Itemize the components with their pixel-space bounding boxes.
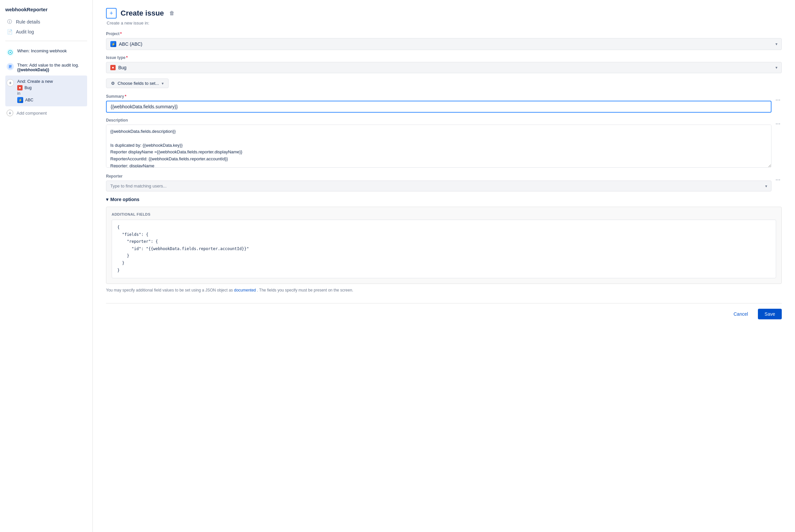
then-step-label: Then: Add value to the audit log. [17,63,86,68]
sidebar-step-when[interactable]: When: Incoming webhook [5,45,87,59]
description-label: Description [106,118,772,122]
create-issue-icon: + [106,8,117,19]
create-icon: + [7,79,14,87]
project-group: Project * ⚡ ABC (ABC) ▾ [106,32,782,50]
sidebar-step-then[interactable]: Then: Add value to the audit log. {{webh… [5,59,87,76]
project-select-icon: ⚡ [110,41,116,47]
issue-type-group: Issue type * ■ Bug ▾ [106,55,782,73]
sidebar-item-audit-log-label: Audit log [16,29,34,35]
reporter-label: Reporter [106,174,772,178]
and-step-content: And: Create a new ■ Bug in ⚡ ABC [17,79,86,103]
issue-type-icon: ■ [110,65,116,70]
project-select[interactable]: ⚡ ABC (ABC) ▾ [106,38,782,50]
choose-fields-label: Choose fields to set... [118,81,159,86]
sidebar-step-and[interactable]: + And: Create a new ■ Bug in ⚡ ABC [5,76,87,106]
choose-fields-button[interactable]: ⚙ Choose fields to set... ▾ [106,78,169,88]
add-component[interactable]: + Add component [5,106,87,119]
choose-fields-chevron-icon: ▾ [162,81,164,86]
svg-rect-4 [9,67,11,68]
sidebar-item-rule-details[interactable]: ⓘ Rule details [5,17,87,27]
issue-type-required-star: * [126,55,128,60]
project-label: Project * [106,32,782,36]
reporter-placeholder: Type to find matching users... [110,184,167,189]
issue-type-select[interactable]: ■ Bug ▾ [106,62,782,73]
sidebar-item-audit-log[interactable]: 📄 Audit log [5,27,87,37]
summary-more-options-icon[interactable]: ··· [774,95,782,104]
project-chevron-icon: ▾ [775,42,777,46]
issue-type-value: Bug [118,65,127,70]
panel-subtitle: Create a new issue in: [107,21,782,25]
footer-note: You may specify additional field values … [106,287,782,293]
trash-icon[interactable]: 🗑 [169,10,174,16]
description-field-row: Description ··· [106,118,782,169]
cancel-button[interactable]: Cancel [727,309,755,319]
sidebar-divider [5,41,87,41]
save-button[interactable]: Save [758,309,782,319]
sidebar-item-rule-details-label: Rule details [16,19,40,24]
document-icon: 📄 [7,29,13,35]
sidebar: webhookReporter ⓘ Rule details 📄 Audit l… [0,0,93,532]
reporter-select[interactable]: Type to find matching users... ▾ [106,180,772,191]
info-circle-icon: ⓘ [7,19,13,25]
additional-fields-section: Additional fields { "fields": { "reporte… [106,207,782,284]
panel-footer: Cancel Save [106,303,782,319]
project-select-value: ABC (ABC) [119,41,143,47]
when-step-content: When: Incoming webhook [17,49,86,53]
and-step-prep: in [17,91,86,96]
reporter-more-options-icon[interactable]: ··· [774,175,782,184]
json-editor[interactable]: { "fields": { "reporter": { "id": "{{web… [112,220,776,278]
add-component-label: Add component [17,111,47,116]
summary-required-star: * [125,94,127,99]
reporter-chevron-icon: ▾ [765,184,767,189]
description-more-options-icon[interactable]: ··· [774,119,782,128]
summary-field-row: Summary * ··· [106,94,782,113]
description-textarea[interactable] [106,125,772,168]
more-options-toggle[interactable]: ▾ More options [106,197,782,202]
and-step-issue-type: Bug [24,86,32,90]
and-step-label: And: Create a new [17,79,86,84]
gear-icon: ⚙ [111,81,115,86]
chevron-down-icon: ▾ [106,197,108,202]
jira-project-icon: ⚡ [17,97,23,103]
sidebar-title: webhookReporter [5,7,87,12]
more-options-section: ▾ More options Additional fields { "fiel… [106,197,782,293]
footer-note-link[interactable]: documented [234,288,256,292]
and-step-project: ABC [25,98,34,102]
then-step-extra: {{webhookData}} [17,68,86,72]
audit-icon [7,63,14,70]
issue-type-chevron-icon: ▾ [775,65,777,70]
issue-type-label: Issue type * [106,55,782,60]
when-step-label: When: Incoming webhook [17,49,86,53]
more-options-label: More options [110,197,139,202]
main-panel: + Create issue 🗑 Create a new issue in: … [93,0,795,532]
additional-fields-label: Additional fields [112,212,776,216]
summary-input[interactable] [106,101,772,113]
webhook-icon [7,49,14,56]
add-component-icon: + [7,110,13,116]
and-step-sub: ■ Bug [17,85,86,91]
bug-icon: ■ [17,85,22,91]
svg-rect-2 [9,65,12,66]
reporter-field-row: Reporter Type to find matching users... … [106,174,782,191]
panel-title: Create issue [120,9,164,18]
summary-label: Summary * [106,94,772,99]
panel-header: + Create issue 🗑 [106,8,782,19]
svg-rect-3 [9,66,12,66]
then-step-content: Then: Add value to the audit log. {{webh… [17,63,86,72]
and-step-project-row: ⚡ ABC [17,97,86,103]
project-required-star: * [120,32,122,36]
